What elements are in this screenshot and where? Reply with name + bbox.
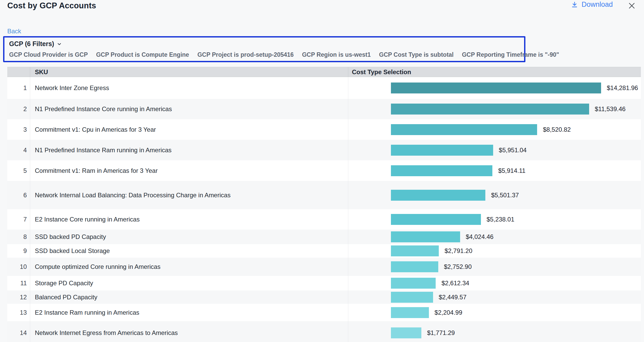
cost-bar[interactable] <box>391 165 492 176</box>
row-index: 1 <box>7 77 30 99</box>
cost-bar[interactable] <box>391 231 460 242</box>
filter-chip[interactable]: GCP Region is us-west1 <box>302 51 371 58</box>
sku-label: Compute optimized Core running in Americ… <box>30 258 348 276</box>
cost-bar[interactable] <box>391 214 481 225</box>
cost-bar-cell: $2,449.57 <box>348 290 641 304</box>
table-row: 5Commitment v1: Ram in Americas for 3 Ye… <box>7 160 641 181</box>
cost-value-label: $2,791.20 <box>445 247 472 255</box>
bar-track: $1,771.29 <box>391 327 601 338</box>
bar-track: $14,281.96 <box>391 83 601 93</box>
row-index: 14 <box>7 321 30 342</box>
filter-dropdown[interactable]: GCP (6 Filters) <box>9 40 62 48</box>
table-row: 11Storage PD Capacity$2,612.34 <box>7 276 641 290</box>
cost-bar-cell: $2,612.34 <box>348 276 641 290</box>
table-row: 10Compute optimized Core running in Amer… <box>7 258 641 276</box>
filter-chip[interactable]: GCP Cost Type is subtotal <box>379 51 454 58</box>
bar-track: $5,501.37 <box>391 190 601 201</box>
filter-list: GCP Cloud Provider is GCPGCP Product is … <box>9 51 524 58</box>
table-row: 13E2 Instance Ram running in Americas$2,… <box>7 304 641 321</box>
cost-bar[interactable] <box>391 307 429 318</box>
filter-panel-highlight: GCP (6 Filters) GCP Cloud Provider is GC… <box>3 36 525 62</box>
back-link[interactable]: Back <box>7 28 21 35</box>
cost-value-label: $2,204.99 <box>435 309 462 316</box>
filter-chip[interactable]: GCP Cloud Provider is GCP <box>9 51 88 58</box>
sku-label: Commitment v1: Cpu in Americas for 3 Yea… <box>30 119 348 140</box>
bar-track: $5,914.11 <box>391 165 601 176</box>
table-row: 6Network Internal Load Balancing: Data P… <box>7 181 641 209</box>
cost-value-label: $2,612.34 <box>441 280 469 287</box>
row-index: 13 <box>7 304 30 321</box>
sku-label: SSD backed Local Storage <box>30 244 348 258</box>
bar-track: $2,612.34 <box>391 278 601 289</box>
cost-table: SKU Cost Type Selection 1Network Inter Z… <box>7 67 641 342</box>
cost-bar-cell: $5,914.11 <box>348 160 641 181</box>
cost-value-label: $4,024.46 <box>466 233 494 240</box>
sku-label: Network Inter Zone Egress <box>30 77 348 99</box>
filter-chip[interactable]: GCP Project is prod-setup-205416 <box>197 51 294 58</box>
sku-label: SSD backed PD Capacity <box>30 230 348 244</box>
cost-bar-cell: $11,539.46 <box>348 99 641 119</box>
table-row: 12Balanced PD Capacity$2,449.57 <box>7 290 641 304</box>
bar-track: $5,238.01 <box>391 214 601 225</box>
cost-bar-cell: $4,024.46 <box>348 230 641 244</box>
table-row: 1Network Inter Zone Egress$14,281.96 <box>7 77 641 99</box>
cost-bar-cell: $1,771.29 <box>348 321 641 342</box>
cost-bar[interactable] <box>391 190 485 201</box>
table-row: 8SSD backed PD Capacity$4,024.46 <box>7 230 641 244</box>
bar-track: $4,024.46 <box>391 231 601 242</box>
bar-track: $2,204.99 <box>391 307 601 318</box>
sku-label: Network Internal Load Balancing: Data Pr… <box>30 181 348 209</box>
cost-bar[interactable] <box>391 83 601 93</box>
cost-bar-cell: $5,501.37 <box>348 181 641 209</box>
download-button[interactable]: Download <box>571 1 613 9</box>
bar-track: $5,951.04 <box>391 145 601 156</box>
table-row: 14Network Internet Egress from Americas … <box>7 321 641 342</box>
column-header-index <box>7 67 30 77</box>
cost-value-label: $5,951.04 <box>499 147 527 154</box>
table-row: 3Commitment v1: Cpu in Americas for 3 Ye… <box>7 119 641 140</box>
download-label: Download <box>582 1 613 9</box>
cost-value-label: $5,238.01 <box>487 216 514 223</box>
row-index: 2 <box>7 99 30 119</box>
sku-label: Balanced PD Capacity <box>30 290 348 304</box>
cost-value-label: $11,539.46 <box>595 105 626 113</box>
row-index: 4 <box>7 140 30 160</box>
cost-bar-cell: $2,752.90 <box>348 258 641 276</box>
cost-bar[interactable] <box>391 124 537 135</box>
table-row: 2N1 Predefined Instance Core running in … <box>7 99 641 119</box>
cost-bar[interactable] <box>391 104 589 115</box>
cost-value-label: $14,281.96 <box>607 84 638 92</box>
download-icon <box>571 1 578 8</box>
close-icon <box>628 2 636 10</box>
table-body: 1Network Inter Zone Egress$14,281.962N1 … <box>7 77 641 342</box>
cost-value-label: $2,449.57 <box>439 294 467 301</box>
cost-bar[interactable] <box>391 261 438 272</box>
table-header-row: SKU Cost Type Selection <box>7 67 641 77</box>
close-button[interactable] <box>628 2 636 10</box>
filter-chip[interactable]: GCP Product is Compute Engine <box>96 51 189 58</box>
sku-label: E2 Instance Core running in Americas <box>30 209 348 230</box>
cost-bar[interactable] <box>391 245 439 256</box>
cost-value-label: $5,501.37 <box>491 192 519 199</box>
column-header-sku: SKU <box>30 67 348 77</box>
cost-bar-cell: $5,238.01 <box>348 209 641 230</box>
table-row: 9SSD backed Local Storage$2,791.20 <box>7 244 641 258</box>
cost-bar[interactable] <box>391 145 493 156</box>
cost-bar[interactable] <box>391 327 421 338</box>
sku-label: N1 Predefined Instance Ram running in Am… <box>30 140 348 160</box>
row-index: 6 <box>7 181 30 209</box>
filter-chip[interactable]: GCP Reporting Timeframe is "-90" <box>462 51 559 58</box>
row-index: 11 <box>7 276 30 290</box>
row-index: 5 <box>7 160 30 181</box>
cost-by-gcp-accounts-modal: Cost by GCP Accounts Download Back GCP (… <box>0 0 644 342</box>
row-index: 12 <box>7 290 30 304</box>
cost-bar[interactable] <box>391 278 436 289</box>
bar-track: $2,791.20 <box>391 245 601 256</box>
row-index: 10 <box>7 258 30 276</box>
row-index: 7 <box>7 209 30 230</box>
sku-label: Commitment v1: Ram in Americas for 3 Yea… <box>30 160 348 181</box>
table-row: 4N1 Predefined Instance Ram running in A… <box>7 140 641 160</box>
cost-bar-cell: $2,791.20 <box>348 244 641 258</box>
cost-bar[interactable] <box>391 292 433 303</box>
table-row: 7E2 Instance Core running in Americas$5,… <box>7 209 641 230</box>
